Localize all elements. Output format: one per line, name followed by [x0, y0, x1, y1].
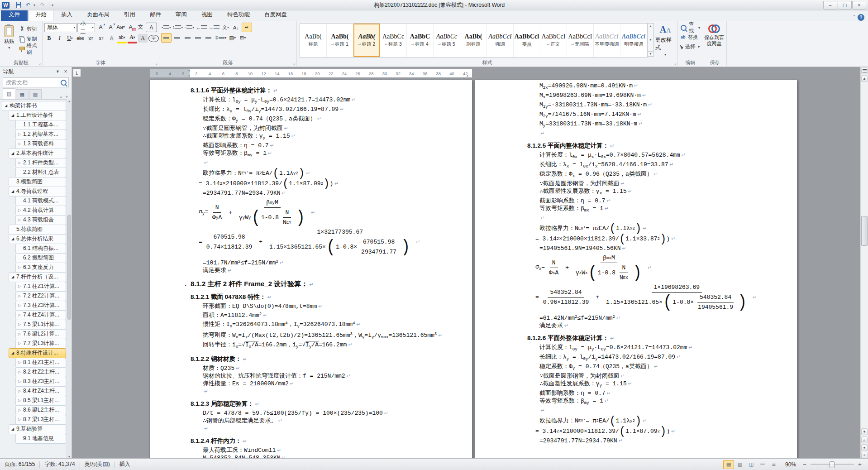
nav-item-box[interactable]: 3.模型简图	[9, 177, 66, 187]
nav-item[interactable]: ◢4.导荷载过程	[0, 187, 67, 196]
doc-page-1[interactable]: 8.1.1.6 平面外整体稳定计算：↵计算长度：l0y = μy·L0y=0.6…	[149, 80, 472, 459]
tab-home[interactable]: 开始	[29, 9, 53, 21]
phonetic-guide-button[interactable]: 文	[136, 23, 145, 31]
nav-item-box[interactable]: 9.1 地基信息	[15, 434, 66, 444]
tab-file[interactable]: 文件	[1, 9, 28, 21]
nav-item-box[interactable]: ▷8.3 柱Z3主杆...	[15, 377, 66, 387]
tab-baidu-netdisk[interactable]: 百度网盘	[258, 9, 294, 21]
help-button[interactable]: ?	[858, 14, 864, 21]
nav-item-box[interactable]: ▷1.3 荷载资料	[15, 139, 66, 149]
grow-font-button[interactable]: A▲	[96, 23, 105, 31]
right-indent-marker[interactable]: ▴	[467, 74, 468, 77]
font-dialog-launcher[interactable]: ⌟	[156, 61, 157, 65]
redo-button[interactable]: ↷	[38, 1, 47, 9]
nav-item[interactable]: ▷8.1 柱Z1主杆...	[0, 358, 67, 367]
nav-item-box[interactable]: ▷8.7 梁L3主杆...	[15, 415, 66, 425]
tab-view[interactable]: 视图	[195, 9, 219, 21]
nav-item[interactable]: ▷8.3 柱Z3主杆...	[0, 377, 67, 386]
status-word-count[interactable]: 字数: 41,374	[40, 459, 79, 470]
paste-button[interactable]: 粘贴 ▾	[1, 23, 18, 60]
clear-formatting-button[interactable]: A	[126, 23, 135, 31]
nav-item-box[interactable]: ▷1.2 构架基本...	[15, 129, 66, 139]
nav-item[interactable]: ▷1.3 荷载资料	[0, 139, 67, 149]
nav-item[interactable]: ▷7.4 柱Z4计算...	[0, 310, 67, 320]
nav-close-button[interactable]: ×	[62, 68, 69, 75]
distribute-button[interactable]	[204, 34, 213, 42]
nav-item[interactable]: ▷8.5 梁L1主杆...	[0, 396, 67, 405]
nav-next-button[interactable]: ▼	[65, 95, 69, 99]
find-button[interactable]: 查找▾	[681, 24, 700, 32]
doc-page-2[interactable]: M2x=490926.98N·mm=0.491KN·m↵Mx=19698263.…	[474, 80, 797, 459]
shrink-font-button[interactable]: A▼	[106, 23, 115, 31]
nav-item-box[interactable]: ▷7.5 梁L1计算...	[15, 320, 66, 330]
expanded-icon[interactable]: ◢	[10, 237, 15, 241]
nav-item-box[interactable]: ▷8.5 梁L1主杆...	[15, 396, 66, 406]
collapsed-icon[interactable]: ▷	[17, 389, 22, 393]
character-border-button[interactable]: A	[146, 23, 157, 32]
collapsed-icon[interactable]: ▷	[17, 303, 22, 307]
ribbon-collapse-button[interactable]: ˆ	[854, 15, 855, 20]
maximize-button[interactable]: ▢	[838, 1, 852, 10]
collapsed-icon[interactable]: ▷	[17, 417, 22, 422]
save-to-baidu-button[interactable]: 保存到百度网盘	[703, 21, 725, 58]
collapsed-icon[interactable]: ▷	[17, 341, 22, 345]
style-item[interactable]: AaBbCcI不明显强调	[594, 24, 620, 57]
nav-item-box[interactable]: ▷8.2 柱Z2主杆...	[15, 367, 66, 377]
collapsed-icon[interactable]: ▷	[17, 360, 22, 364]
italic-button[interactable]: I	[55, 34, 64, 43]
justify-button[interactable]	[193, 34, 203, 42]
align-left-button[interactable]	[161, 33, 172, 43]
nav-item[interactable]: ▷4.2 荷载计算	[0, 206, 67, 215]
nav-item[interactable]: ▷7.6 梁L2计算...	[0, 329, 67, 339]
tab-special-features[interactable]: 特色功能	[220, 9, 257, 21]
collapsed-icon[interactable]: ▷	[17, 322, 22, 326]
nav-item-box[interactable]: ▷7.1 柱Z1计算...	[15, 282, 66, 292]
style-item[interactable]: AaBbCcI↵正文	[540, 24, 567, 57]
search-input[interactable]	[5, 79, 59, 86]
borders-button[interactable]: ⊞▾	[238, 34, 248, 42]
nav-item[interactable]: ▷8.4 柱Z4主杆...	[0, 386, 67, 396]
nav-item-box[interactable]: ◢6.总体分析结果	[9, 234, 66, 244]
asian-layout-button[interactable]: 文▾	[221, 23, 230, 32]
nav-prev-button[interactable]: ▲	[59, 95, 63, 99]
nav-item[interactable]: 4.1 荷载模式...	[0, 196, 67, 206]
nav-item-box[interactable]: ◢2.基本构件统计	[9, 149, 66, 158]
font-size-select[interactable]: 小三▾	[77, 23, 95, 32]
style-item[interactable]: AaBb(副标题	[460, 24, 487, 57]
style-item[interactable]: AaBbCcI强调	[487, 24, 514, 57]
nav-tab-results[interactable]: ▧	[29, 89, 42, 99]
nav-scrollbar-thumb[interactable]	[67, 215, 71, 320]
align-center-button[interactable]	[172, 34, 182, 42]
view-web-layout-button[interactable]: ◫	[746, 460, 757, 469]
style-gallery-down[interactable]: ▼	[649, 38, 652, 41]
nav-item-box[interactable]: ▷7.7 梁L3计算...	[15, 339, 66, 349]
zoom-slider[interactable]	[811, 464, 854, 465]
nav-item[interactable]: ◢2.基本构件统计	[0, 149, 67, 158]
nav-item[interactable]: 1.1 工程基本...	[0, 120, 67, 129]
tab-review[interactable]: 审阅	[169, 9, 194, 21]
nav-item[interactable]: ▷4.3 荷载组合	[0, 215, 67, 225]
scrollbar-down[interactable]: ▼	[861, 428, 868, 435]
style-item[interactable]: AaBb(↵标题 1	[327, 24, 353, 57]
nav-item-box[interactable]: ◢4.导荷载过程	[9, 187, 66, 197]
nav-item[interactable]: 2.2 材料汇总表	[0, 168, 67, 177]
nav-item-box[interactable]: 1.1 工程基本...	[15, 120, 66, 130]
collapsed-icon[interactable]: ▷	[17, 294, 22, 298]
style-item[interactable]: AaBbCc↵标题 5	[434, 24, 460, 57]
nav-item[interactable]: 9.1 地基信息	[0, 434, 67, 443]
horizontal-ruler[interactable]: 642 ▾ ▴ ▴ 246810121416182022242628303234…	[149, 69, 472, 78]
nav-item-box[interactable]: 2.2 材料汇总表	[15, 168, 66, 177]
sort-button[interactable]: A↓	[231, 23, 241, 32]
nav-item-box[interactable]: ▷8.4 柱Z4主杆...	[15, 386, 66, 396]
status-language[interactable]: 英语(美国)	[80, 459, 114, 470]
nav-item-box[interactable]: ▷2.1 杆件类型...	[15, 158, 66, 168]
nav-item[interactable]: 6.1 结构自振...	[0, 244, 67, 253]
nav-item[interactable]: ◢9.基础验算	[0, 424, 67, 434]
nav-item[interactable]: ▷7.1 柱Z1计算...	[0, 282, 67, 291]
collapsed-icon[interactable]: ▷	[17, 379, 22, 384]
expanded-icon[interactable]: ◢	[10, 151, 15, 155]
nav-item-box[interactable]: ▷8.6 梁L2主杆...	[15, 405, 66, 415]
minimize-button[interactable]: –	[823, 1, 837, 10]
close-button[interactable]: ×	[852, 1, 866, 10]
nav-item-box[interactable]: 6.2 振型简图	[15, 253, 66, 263]
